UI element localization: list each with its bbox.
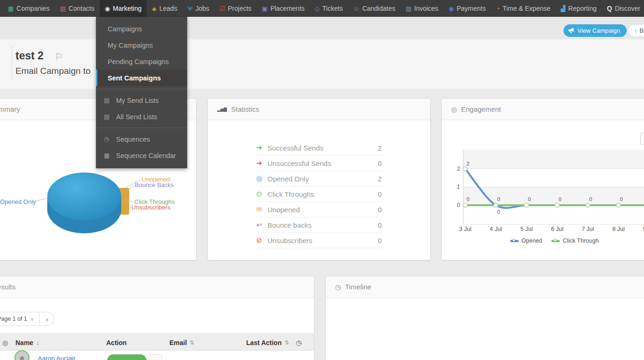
jobs-icon: Ψ [188,6,193,12]
engagement-export-button[interactable] [640,133,644,145]
nav-item-companies[interactable]: ▦Companies [3,0,55,17]
back-label: Back [640,27,644,34]
menu-item-sequences[interactable]: ◷Sequences [96,131,187,147]
search-icon: Q [607,5,612,12]
page-select[interactable]: Page 1 of 1 ∨ [0,312,40,326]
nav-item-time-expense[interactable]: ◔Time & Expense [491,0,556,17]
nav-item-label: Candidates [362,5,395,12]
stat-value: 0 [378,190,381,198]
menu-item-all-send-lists[interactable]: ▤All Send Lists [96,108,187,125]
statistics-card-header: ▂▅▇ Statistics [208,99,430,120]
next-page-button[interactable]: › [40,312,54,326]
nav-item-payments[interactable]: ◉Payments [443,0,491,17]
stat-value: 0 [378,237,381,245]
svg-text:0: 0 [589,196,592,202]
nav-item-tickets[interactable]: ◇Tickets [310,0,348,17]
stat-label: Unsubscribers [268,237,378,245]
stat-row-click-throughs: ⊙Click Throughs0 [256,187,382,202]
clock-icon: ◷ [335,283,341,291]
nav-item-label: Payments [457,5,486,12]
stat-row-unsuccessful-sends: ➔Unsuccessful Sends0 [256,156,382,171]
nav-item-projects[interactable]: ☑Projects [214,0,256,17]
stat-value: 0 [378,206,381,214]
menu-item-label: Sent Campaigns [108,74,161,82]
nav-item-label: Jobs [196,5,210,12]
column-header-email[interactable]: Email⇅ [169,334,194,351]
avatar: ☻ [15,350,29,360]
svg-text:2: 2 [457,166,460,172]
action-status-button[interactable] [107,354,146,360]
nav-item-jobs[interactable]: ΨJobs [183,0,214,17]
menu-item-sent-campaigns[interactable]: Sent Campaigns [96,70,187,86]
send-list-icon: ▤ [104,97,111,104]
menu-item-campaigns[interactable]: Campaigns [96,21,187,37]
send-list-icon: ▤ [104,113,111,120]
nav-item-invoices[interactable]: ▤Invoices [401,0,444,17]
last-action-clock-icon[interactable]: ◷ [296,334,301,351]
nav-item-discover[interactable]: QDiscover [602,0,644,17]
menu-item-pending-campaigns[interactable]: Pending Campaigns [96,53,187,70]
marketing-icon: ◉ [105,6,110,12]
calendar-icon: ▦ [104,152,111,159]
header-dashed-divider [12,47,12,80]
nav-item-label: Placements [271,5,305,12]
column-header-last-action[interactable]: Last Action⇅ [246,334,289,351]
results-table-header: ◎Name↓ActionEmail⇅Last Action⇅◷ [0,333,314,351]
svg-text:0: 0 [559,196,562,202]
timeline-card: ◷ Timeline [325,276,644,360]
nav-item-label: Discover [615,5,640,12]
nav-item-contacts[interactable]: ▤Contacts [55,0,100,17]
column-header-name[interactable]: Name↓ [15,334,39,351]
results-card-title: Results [0,283,15,291]
flag-icon[interactable]: ⚐ [55,51,63,62]
projects-icon: ☑ [220,6,225,12]
statistics-list: ➔Successful Sends2➔Unsuccessful Sends0◎O… [256,140,382,248]
stat-label: Opened Only [268,175,378,183]
stat-label: Successful Sends [268,144,378,152]
tickets-icon: ◇ [315,6,320,12]
nav-item-label: Tickets [322,5,343,12]
back-button[interactable]: ↑ Back [628,24,644,37]
column-label: Last Action [246,339,282,346]
menu-item-my-send-lists[interactable]: ▤My Send Lists [96,92,187,108]
menu-item-sequence-calendar[interactable]: ▦Sequence Calendar [96,147,187,164]
menu-item-my-campaigns[interactable]: My Campaigns [96,37,187,53]
view-campaign-button[interactable]: View Campaign [564,24,627,37]
nav-item-label: Contacts [68,5,94,12]
legend-item-click-through[interactable]: Click Through [551,238,599,244]
click-throughs-icon: ⊙ [256,190,268,198]
column-label: Name [15,339,33,346]
stat-row-opened-only: ◎Opened Only2 [256,171,382,187]
stat-row-unopened: ✉Unopened0 [256,202,382,217]
pie-label-opened-only: Opened Only [0,198,36,205]
contact-name-link[interactable]: Aaron Auclair [38,355,75,360]
unopened-icon: ✉ [256,205,268,214]
menu-divider [96,89,187,89]
sort-desc-icon: ↓ [36,339,39,346]
leads-icon: ◈ [152,6,156,12]
row-more-button[interactable] [149,354,162,360]
nav-item-reporting[interactable]: ▟Reporting [556,0,602,17]
pagination: Page 1 of 1 ∨ › [0,312,54,326]
nav-item-placements[interactable]: ▣Placements [256,0,309,17]
candidates-icon: ☺ [353,6,359,12]
nav-item-leads[interactable]: ◈Leads [146,0,182,17]
column-header-action[interactable]: Action [106,334,127,351]
engagement-icon: ◎ [451,106,457,113]
nav-item-label: Invoices [414,5,438,12]
nav-item-label: Projects [228,5,252,12]
nav-item-marketing[interactable]: ◉Marketing [100,0,147,17]
svg-text:3 Jul: 3 Jul [459,226,471,232]
nav-item-label: Reporting [568,5,597,12]
page-title: test 2 [15,50,44,62]
legend-item-opened[interactable]: Opened [510,238,542,244]
select-all-icon[interactable]: ◎ [2,334,8,351]
stat-row-bounce-backs: ↩Bounce backs0 [256,217,382,233]
column-label: Email [169,339,187,346]
nav-item-candidates[interactable]: ☺Candidates [348,0,401,17]
opened-only-icon: ◎ [256,174,268,183]
statistics-card: ▂▅▇ Statistics ➔Successful Sends2➔Unsucc… [207,98,431,260]
results-card: ▤ Results Page 1 of 1 ∨ › ◎Name↓ActionEm… [0,276,315,360]
nav-item-label: Marketing [113,5,141,12]
svg-text:0: 0 [467,196,469,202]
